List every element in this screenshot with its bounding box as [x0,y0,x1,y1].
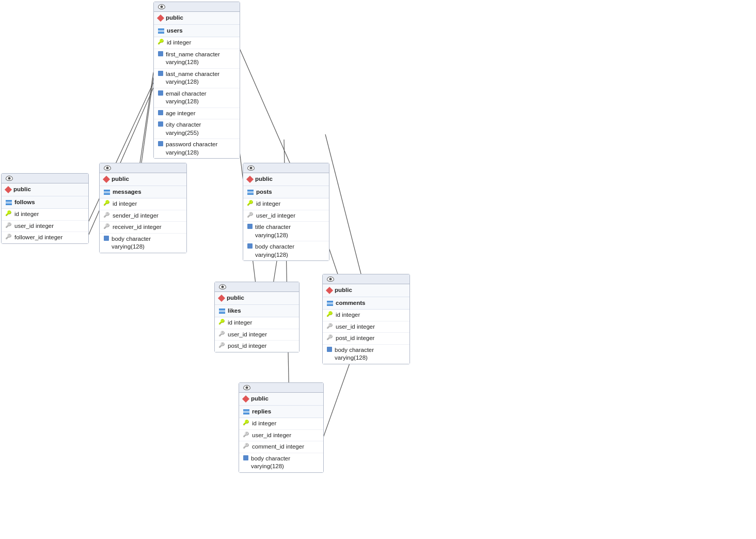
likes-table-label: likes [228,307,241,315]
posts-header [243,163,329,173]
replies-row-body: body character varying(128) [239,453,323,472]
table-icon [158,28,164,34]
svg-line-6 [325,134,367,296]
replies-schema-row: public [239,393,323,406]
likes-row-userid: user_id integer [215,329,299,341]
key-silver-icon [219,343,225,348]
key-gold-icon [6,211,12,216]
users-row-lastname: last_name character varying(128) [154,69,240,88]
posts-table-label: posts [256,188,272,196]
comments-schema-row: public [323,284,410,297]
key-silver-icon [104,224,110,229]
posts-table-name-row: posts [243,186,329,199]
col-icon [247,224,253,229]
users-header [154,2,240,12]
key-gold-icon [327,312,333,317]
users-row-id: id integer [154,37,240,49]
posts-schema-label: public [255,175,273,183]
likes-schema-row: public [215,292,299,305]
comments-table-name-row: comments [323,297,410,310]
replies-table-label: replies [252,408,271,416]
likes-schema-label: public [227,294,244,302]
col-icon [158,71,163,76]
table-icon [327,301,333,306]
replies-row-id: id integer [239,418,323,430]
schema-icon [218,295,225,302]
key-silver-icon [327,335,333,340]
key-silver-icon [104,212,110,218]
replies-header [239,383,323,393]
users-table-name-row: users [154,25,240,38]
posts-row-title: title character varying(128) [243,222,329,241]
follows-schema-label: public [13,186,31,194]
eye-icon [247,165,255,171]
key-gold-icon [158,39,164,44]
messages-table-name-row: messages [100,186,186,199]
comments-table: public comments id integer user_id integ… [322,274,410,364]
replies-schema-label: public [251,395,269,403]
replies-row-userid: user_id integer [239,430,323,442]
key-silver-icon [247,212,254,218]
follows-row-id: id integer [2,209,88,221]
schema-icon [157,14,164,22]
follows-row-followerid: follower_id integer [2,232,88,243]
key-silver-icon [6,234,12,239]
replies-table-name-row: replies [239,406,323,419]
replies-table: public replies id integer user_id intege… [239,382,324,473]
users-row-email: email character varying(128) [154,88,240,108]
follows-table-label: follows [14,198,35,207]
posts-table: public posts id integer user_id integer … [243,163,329,261]
likes-row-postid: post_id integer [215,341,299,352]
users-schema-label: public [166,14,183,22]
follows-row-userid: user_id integer [2,221,88,233]
messages-row-id: id integer [100,198,186,210]
posts-row-body: body character varying(128) [243,241,329,260]
schema-icon [326,287,333,294]
messages-table-label: messages [113,188,141,196]
comments-table-label: comments [336,299,366,307]
connections-svg [0,0,756,539]
table-icon [104,190,110,195]
follows-table: public follows id integer user_id intege… [1,173,89,244]
key-silver-icon [243,443,249,449]
schema-icon [242,395,249,403]
key-gold-icon [104,201,110,206]
col-icon [104,236,109,241]
comments-row-postid: post_id integer [323,333,410,345]
eye-icon [104,165,111,171]
col-icon [327,347,332,352]
likes-table: public likes id integer user_id integer … [214,282,300,352]
comments-row-id: id integer [323,310,410,321]
likes-header [215,282,299,292]
col-icon [247,243,253,249]
users-row-age: age integer [154,108,240,120]
follows-table-name-row: follows [2,196,88,209]
table-icon [219,309,225,314]
users-schema-row: public [154,12,240,25]
messages-row-body: body character varying(128) [100,234,186,253]
comments-schema-label: public [335,286,352,295]
posts-row-userid: user_id integer [243,210,329,222]
follows-header [2,174,88,183]
users-row-firstname: first_name character varying(128) [154,49,240,69]
users-row-password: password character varying(128) [154,139,240,158]
er-canvas: public users id integer first_name chara… [0,0,756,539]
svg-line-10 [320,359,351,446]
col-icon [243,455,248,460]
eye-icon [243,385,250,390]
col-icon [158,110,163,115]
key-gold-icon [219,319,225,325]
eye-icon [6,176,13,181]
col-icon [158,121,163,127]
eye-icon [158,4,165,9]
comments-row-userid: user_id integer [323,321,410,333]
posts-row-id: id integer [243,198,329,210]
messages-header [100,163,186,173]
key-silver-icon [6,223,12,228]
eye-icon [327,276,334,282]
schema-icon [246,176,254,183]
posts-schema-row: public [243,173,329,186]
col-icon [158,90,163,96]
key-gold-icon [247,201,254,206]
eye-icon [219,284,226,289]
